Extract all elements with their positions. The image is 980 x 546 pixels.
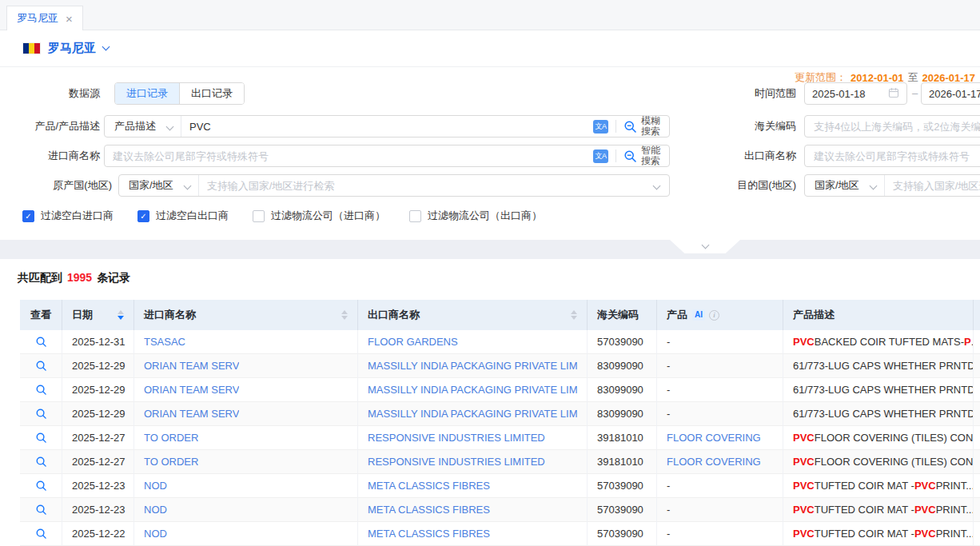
product-link[interactable]: FLOOR COVERING [667, 456, 761, 468]
filter-checkbox[interactable]: ✓过滤空白出口商 [137, 209, 229, 223]
importer-link[interactable]: ORIAN TEAM SERV [144, 360, 239, 372]
importer-cell: NOD [134, 498, 358, 522]
view-cell[interactable] [20, 402, 62, 426]
info-icon[interactable]: i [709, 310, 719, 321]
exporter-link[interactable]: RESPONSIVE INDUSTRIES LIMITED [368, 456, 545, 468]
header-product: 产品 AI i [657, 300, 783, 330]
header-exporter[interactable]: 出口商名称 [358, 300, 588, 330]
importer-cell: TSASAC [134, 330, 358, 354]
chevron-down-icon[interactable] [653, 181, 661, 189]
exporter-link[interactable]: FLOOR GARDENS [368, 336, 458, 348]
product-input[interactable] [181, 121, 593, 133]
country-title: 罗马尼亚 [48, 41, 96, 56]
exporter-input[interactable] [804, 145, 980, 167]
importer-input[interactable] [105, 150, 593, 162]
view-cell[interactable] [20, 498, 62, 522]
importer-link[interactable]: NOD [144, 528, 167, 540]
calendar-icon[interactable] [888, 87, 899, 101]
sort-icon-exporter[interactable] [564, 310, 577, 320]
view-cell[interactable] [20, 474, 62, 498]
translate-icon[interactable]: 文A [593, 120, 608, 134]
exporter-link[interactable]: META CLASSICS FIBRES [368, 528, 490, 540]
tab-bar: 罗马尼亚 × [0, 0, 980, 30]
view-magnifier-icon[interactable] [35, 384, 47, 396]
importer-cell: ORIAN TEAM SERV [134, 378, 358, 402]
translate-icon[interactable]: 文A [593, 149, 608, 163]
checkbox-icon[interactable]: ✓ [22, 210, 34, 222]
exporter-link[interactable]: MASSILLY INDIA PACKAGING PRIVATE LIMI... [368, 408, 577, 420]
view-magnifier-icon[interactable] [35, 480, 47, 492]
ai-badge: AI [692, 309, 705, 321]
end-date-input[interactable]: 2026-01-17 [921, 82, 980, 105]
filter-row-datasource: 数据源 进口记录 出口记录 时间范围 2025-01-18 – 2026-01-… [0, 82, 980, 105]
header-date[interactable]: 日期 [62, 300, 134, 330]
checkbox-icon[interactable]: ✓ [137, 210, 149, 222]
destination-input[interactable] [885, 180, 980, 192]
filter-checkbox[interactable]: ✓过滤空白进口商 [22, 209, 114, 223]
filter-checkbox[interactable]: 过滤物流公司（进口商） [253, 209, 385, 223]
exporter-link[interactable]: META CLASSICS FIBRES [368, 480, 490, 492]
view-magnifier-icon[interactable] [35, 456, 47, 468]
origin-country-select[interactable]: 国家/地区 [119, 175, 199, 196]
tab-romania[interactable]: 罗马尼亚 × [6, 6, 83, 30]
view-magnifier-icon[interactable] [35, 336, 47, 348]
sort-icon-date[interactable] [111, 310, 124, 320]
view-cell[interactable] [20, 354, 62, 378]
smart-search-button[interactable]: 智能搜索 [623, 145, 662, 166]
view-magnifier-icon[interactable] [35, 504, 47, 516]
destination-select-value: 国家/地区 [815, 178, 859, 193]
product-cell: - [657, 354, 783, 378]
header-exporter-label: 出口商名称 [368, 308, 420, 322]
product-cell: FLOOR COVERING [657, 426, 783, 450]
importer-link[interactable]: NOD [144, 504, 167, 516]
import-records-button[interactable]: 进口记录 [115, 83, 180, 104]
product-cell: - [657, 402, 783, 426]
importer-link[interactable]: ORIAN TEAM SERV [144, 384, 239, 396]
view-magnifier-icon[interactable] [35, 360, 47, 372]
date-cell: 2025-12-27 [62, 450, 134, 474]
header-importer[interactable]: 进口商名称 [134, 300, 358, 330]
export-records-button[interactable]: 出口记录 [180, 83, 244, 104]
checkbox-icon[interactable] [409, 210, 421, 222]
collapse-handle[interactable] [670, 240, 740, 253]
view-cell[interactable] [20, 450, 62, 474]
product-text: - [667, 360, 670, 372]
checkbox-label: 过滤空白出口商 [156, 209, 229, 223]
exporter-link[interactable]: META CLASSICS FIBRES [368, 504, 490, 516]
origin-input[interactable] [199, 180, 654, 192]
hs-code-input[interactable] [804, 115, 980, 137]
importer-link[interactable]: TSASAC [144, 336, 185, 348]
collapse-band [0, 240, 980, 259]
importer-link[interactable]: ORIAN TEAM SERV [144, 408, 239, 420]
fuzzy-search-button[interactable]: 模糊搜索 [623, 116, 662, 137]
destination-label: 目的国(地区) [676, 174, 796, 197]
importer-link[interactable]: NOD [144, 480, 167, 492]
chevron-down-icon[interactable] [102, 43, 110, 51]
start-date-input[interactable]: 2025-01-18 [804, 82, 907, 105]
chevron-down-icon [166, 122, 174, 130]
checkbox-label: 过滤物流公司（进口商） [271, 209, 385, 223]
view-cell[interactable] [20, 522, 62, 546]
date-cell: 2025-12-23 [62, 498, 134, 522]
sort-icon-importer[interactable] [335, 310, 348, 320]
importer-link[interactable]: TO ORDER [144, 456, 198, 468]
view-magnifier-icon[interactable] [35, 528, 47, 540]
hs-code-cell: 39181010 [588, 450, 657, 474]
filter-checkbox[interactable]: 过滤物流公司（出口商） [409, 209, 542, 223]
view-cell[interactable] [20, 378, 62, 402]
product-field-select[interactable]: 产品描述 [105, 116, 181, 137]
checkbox-icon[interactable] [253, 210, 265, 222]
exporter-link[interactable]: MASSILLY INDIA PACKAGING PRIVATE LIMI... [368, 360, 577, 372]
close-icon[interactable]: × [66, 13, 73, 25]
destination-country-select[interactable]: 国家/地区 [805, 175, 885, 196]
product-link[interactable]: FLOOR COVERING [667, 432, 761, 444]
view-magnifier-icon[interactable] [35, 432, 47, 444]
exporter-link[interactable]: MASSILLY INDIA PACKAGING PRIVATE LIMI... [368, 384, 577, 396]
view-cell[interactable] [20, 330, 62, 354]
view-magnifier-icon[interactable] [35, 408, 47, 420]
destination-control: 国家/地区 [804, 174, 980, 197]
importer-link[interactable]: TO ORDER [144, 432, 198, 444]
exporter-link[interactable]: RESPONSIVE INDUSTRIES LIMITED [368, 432, 545, 444]
view-cell[interactable] [20, 426, 62, 450]
exporter-cell: META CLASSICS FIBRES [358, 498, 588, 522]
